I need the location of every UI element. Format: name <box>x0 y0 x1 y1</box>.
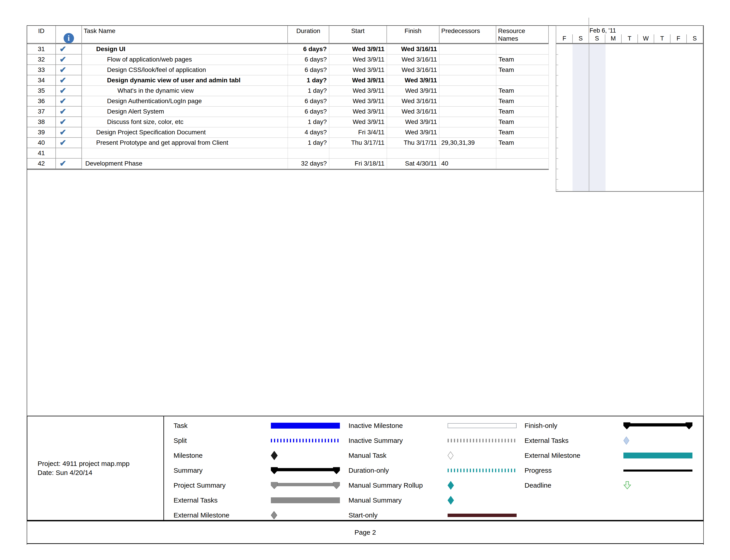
chart-body <box>556 44 703 191</box>
predecessors-cell <box>440 86 496 96</box>
start-cell: Wed 3/9/11 <box>329 55 387 65</box>
legend-box: Project: 4911 project map.mpp Date: Sun … <box>27 416 704 521</box>
legend-entry: Summary <box>173 463 341 478</box>
task-name-cell: What's in the dynamic view <box>82 86 288 96</box>
legend-entry: Finish-only <box>525 418 692 433</box>
table-row: 40✔Present Prototype and get approval fr… <box>27 138 549 148</box>
task-name-cell: Present Prototype and get approval from … <box>82 138 288 148</box>
day-label: S <box>687 34 703 43</box>
day-label: T <box>621 34 638 43</box>
row-id-cell: 41 <box>27 148 56 159</box>
start-cell: Wed 3/9/11 <box>329 65 387 75</box>
day-label: F <box>670 34 687 43</box>
legend-label: Inactive Summary <box>348 437 448 444</box>
checkmark-icon: ✔ <box>59 44 66 54</box>
legend-label: Milestone <box>173 452 271 459</box>
row-indicator-cell: ✔ <box>56 55 82 65</box>
page-number: Page 2 <box>354 529 376 536</box>
resource-cell: Team <box>496 55 549 65</box>
row-indicator-cell: ✔ <box>56 44 82 55</box>
column-header-finish: Finish <box>387 26 440 44</box>
table-row: 37✔Design Alert System6 days?Wed 3/9/11W… <box>27 107 549 117</box>
legend-label: Duration-only <box>348 467 448 474</box>
row-indicator-cell: ✔ <box>56 65 82 75</box>
project-print-page: ID i Task Name Duration Start Finish Pre… <box>0 0 730 560</box>
legend-entry: Deadline <box>525 478 692 493</box>
finish-cell: Wed 3/16/11 <box>387 107 440 117</box>
day-label: W <box>638 34 654 43</box>
legend-entry: External Milestone <box>525 448 692 463</box>
column-header-indicators: i <box>56 26 82 44</box>
column-header-task-name: Task Name <box>82 26 288 44</box>
checkmark-icon: ✔ <box>59 117 66 126</box>
duration-cell: 1 day? <box>288 75 329 86</box>
duration-cell: 1 day? <box>288 86 329 96</box>
table-row: 31✔Design UI6 days?Wed 3/9/11Wed 3/16/11 <box>27 44 549 55</box>
task-name-cell: Design Authentication/LogIn page <box>82 96 288 107</box>
diamond-black-symbol <box>271 451 340 460</box>
legend-entry: Task <box>173 418 341 433</box>
predecessors-cell <box>440 44 496 55</box>
duration-cell: 1 day? <box>288 138 329 148</box>
bar-gray-symbol <box>271 497 340 503</box>
task-name-cell: Flow of application/web pages <box>82 55 288 65</box>
finish-cell: Wed 3/9/11 <box>387 86 440 96</box>
start-cell: Thu 3/17/11 <box>329 138 387 148</box>
checkmark-icon: ✔ <box>59 107 66 116</box>
row-id-cell: 40 <box>27 138 56 148</box>
start-cell: Wed 3/9/11 <box>329 44 387 55</box>
predecessors-cell <box>440 65 496 75</box>
row-id-cell: 36 <box>27 96 56 107</box>
finish-cell: Wed 3/16/11 <box>387 55 440 65</box>
table-row: 33✔Design CSS/look/feel of application6 … <box>27 65 549 75</box>
duration-cell: 4 days? <box>288 127 329 138</box>
row-tick <box>556 65 558 65</box>
checkmark-icon: ✔ <box>59 55 66 64</box>
legend-label: Manual Summary Rollup <box>348 482 448 489</box>
finish-cell: Wed 3/16/11 <box>387 44 440 55</box>
duration-cell: 6 days? <box>288 65 329 75</box>
finish-cell: Wed 3/9/11 <box>387 127 440 138</box>
bar-maroon-symbol <box>448 514 517 517</box>
resource-cell <box>496 44 549 55</box>
bar-teal-symbol <box>623 453 692 458</box>
row-tick <box>556 179 558 180</box>
legend-label: Manual Task <box>348 452 448 459</box>
legend-entry: External Tasks <box>173 493 341 508</box>
legend-label: External Tasks <box>525 437 623 444</box>
bar-progress-symbol <box>623 470 692 472</box>
legend-label: Finish-only <box>525 422 623 429</box>
resource-cell: Team <box>496 65 549 75</box>
duration-cell: 32 days? <box>288 159 329 169</box>
legend-entry: Duration-only <box>348 463 518 478</box>
day-label: T <box>654 34 670 43</box>
legend-entry: Manual Summary Rollup <box>348 478 518 493</box>
table-row: 36✔Design Authentication/LogIn page6 day… <box>27 96 549 107</box>
resource-cell <box>496 148 549 159</box>
row-tick <box>556 127 558 128</box>
legend-columns: TaskSplitMilestoneSummaryProject Summary… <box>164 416 703 520</box>
task-name-cell: Design UI <box>82 44 288 55</box>
legend-label: Split <box>173 437 271 444</box>
checkmark-icon: ✔ <box>59 159 66 168</box>
row-indicator-cell: ✔ <box>56 96 82 107</box>
duration-cell: 6 days? <box>288 107 329 117</box>
table-body: 31✔Design UI6 days?Wed 3/9/11Wed 3/16/11… <box>27 44 549 170</box>
arrow-green-symbol <box>623 481 692 489</box>
duration-cell: 6 days? <box>288 96 329 107</box>
predecessors-cell <box>440 117 496 127</box>
print-date: Date: Sun 4/20/14 <box>38 468 163 477</box>
info-icon: i <box>64 33 74 43</box>
predecessors-cell <box>440 107 496 117</box>
start-cell: Wed 3/9/11 <box>329 117 387 127</box>
checkmark-icon: ✔ <box>59 76 66 85</box>
duration-cell: 1 day? <box>288 117 329 127</box>
row-id-cell: 42 <box>27 159 56 169</box>
start-cell: Wed 3/9/11 <box>329 96 387 107</box>
table-row: 42✔Development Phase32 days?Fri 3/18/11S… <box>27 159 549 169</box>
row-tick <box>556 85 558 86</box>
checkmark-icon: ✔ <box>59 65 66 74</box>
legend-label: External Tasks <box>173 496 271 504</box>
legend-label: External Milestone <box>525 452 623 459</box>
row-tick <box>556 169 558 169</box>
